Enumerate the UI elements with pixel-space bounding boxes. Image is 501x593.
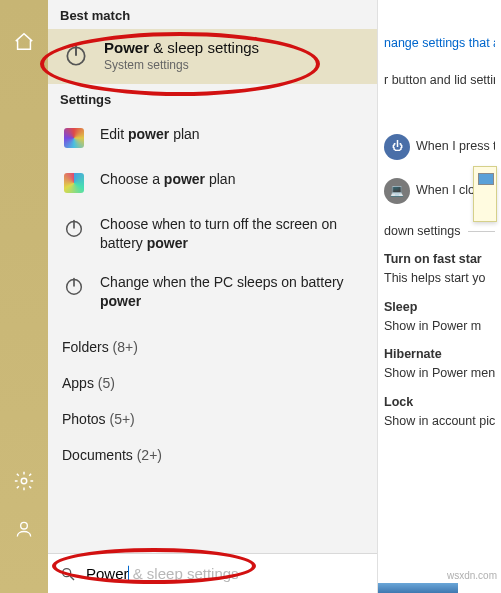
bg-setting-group: HibernateShow in Power menu. [384, 345, 495, 383]
category-row-apps[interactable]: Apps (5) [48, 365, 377, 401]
result-text: Choose when to turn off the screen on ba… [100, 215, 363, 253]
host-window-background: nange settings that are r button and lid… [378, 0, 501, 593]
power-icon [62, 216, 86, 240]
settings-result[interactable]: Edit power plan [48, 115, 377, 160]
best-match-subtitle: System settings [104, 58, 259, 72]
power-button-icon: ⏻ [384, 134, 410, 160]
result-text: Edit power plan [100, 125, 200, 144]
watermark: wsxdn.com [447, 570, 497, 581]
lid-icon: 💻 [384, 178, 410, 204]
result-text: Choose a power plan [100, 170, 235, 189]
start-search-panel: Best match Power & sleep settings System… [48, 0, 378, 593]
power-icon [62, 274, 86, 298]
link-change-settings[interactable]: nange settings that are [384, 34, 495, 53]
bg-setting-group: LockShow in account pictu [384, 393, 495, 431]
bg-row-press: ⏻When I press the p [384, 134, 495, 160]
svg-point-8 [63, 568, 71, 576]
bg-setting-group: Turn on fast starThis helps start yo [384, 250, 495, 288]
shutdown-settings-header: down settings [384, 222, 495, 241]
svg-point-0 [21, 478, 27, 484]
user-icon [14, 519, 34, 539]
rail-settings-button[interactable] [0, 457, 48, 505]
home-icon [13, 31, 35, 53]
category-row-folders[interactable]: Folders (8+) [48, 329, 377, 365]
settings-color-icon [62, 171, 86, 195]
settings-result[interactable]: Choose when to turn off the screen on ba… [48, 205, 377, 263]
search-icon [60, 565, 77, 583]
settings-result[interactable]: Choose a power plan [48, 160, 377, 205]
result-text: Change when the PC sleeps on battery pow… [100, 273, 363, 311]
settings-color-icon [62, 126, 86, 150]
bg-text: r button and lid settin [384, 71, 495, 90]
category-row-photos[interactable]: Photos (5+) [48, 401, 377, 437]
rail-user-button[interactable] [0, 505, 48, 553]
section-settings: Settings [48, 84, 377, 113]
search-bar[interactable]: Power & sleep settings [48, 553, 377, 593]
bg-setting-group: SleepShow in Power m [384, 298, 495, 336]
category-row-documents[interactable]: Documents (2+) [48, 437, 377, 473]
gear-icon [13, 470, 35, 492]
section-best-match: Best match [48, 0, 377, 29]
svg-point-1 [21, 522, 28, 529]
power-icon [62, 41, 90, 69]
taskbar-sliver [378, 583, 458, 593]
best-match-result[interactable]: Power & sleep settings System settings [48, 29, 377, 84]
best-match-title: Power & sleep settings [104, 39, 259, 56]
settings-results-list: Edit power planChoose a power planChoose… [48, 113, 377, 329]
rail-home-button[interactable] [0, 18, 48, 66]
settings-result[interactable]: Change when the PC sleeps on battery pow… [48, 263, 377, 321]
svg-line-9 [70, 576, 74, 580]
start-rail [0, 0, 48, 593]
floating-tooltip-box [473, 166, 497, 222]
